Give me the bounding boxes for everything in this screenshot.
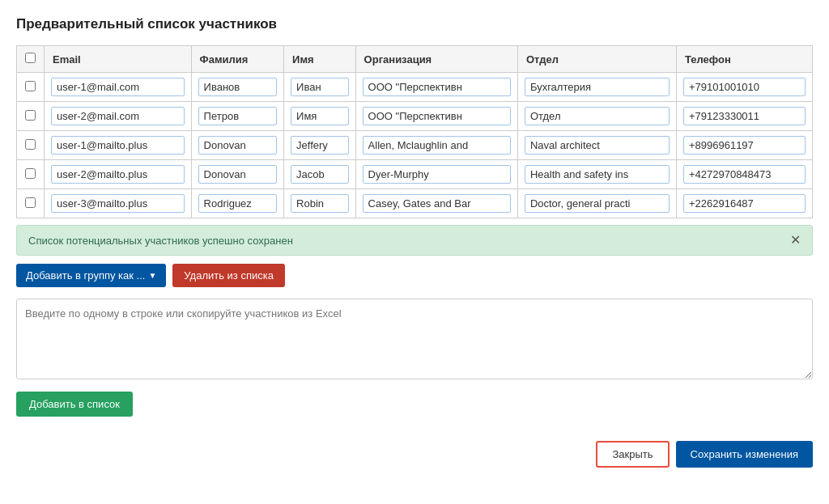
cell-firstName: Jeffery bbox=[284, 131, 356, 160]
cell-email: user-1@mail.com bbox=[45, 73, 192, 102]
add-to-list-label: Добавить в список bbox=[29, 398, 120, 410]
cell-org: Casey, Gates and Bar bbox=[355, 189, 517, 218]
cell-phone: +8996961197 bbox=[676, 131, 812, 160]
col-email: Email bbox=[45, 46, 192, 73]
cell-org: Allen, Mclaughlin and bbox=[355, 131, 517, 160]
add-to-list-button[interactable]: Добавить в список bbox=[16, 392, 133, 417]
cell-org: ООО "Перспективн bbox=[355, 73, 517, 102]
cell-lastName: Donovan bbox=[191, 160, 283, 189]
col-dept: Отдел bbox=[517, 46, 676, 73]
row-checkbox[interactable] bbox=[25, 168, 36, 179]
cell-dept: Бухгалтерия bbox=[517, 73, 676, 102]
cell-org: ООО "Перспективн bbox=[355, 102, 517, 131]
cell-email: user-1@mailto.plus bbox=[45, 131, 192, 160]
close-label: Закрыть bbox=[612, 448, 653, 460]
close-button[interactable]: Закрыть bbox=[596, 441, 669, 468]
select-all-checkbox[interactable] bbox=[25, 53, 36, 63]
cell-firstName: Иван bbox=[284, 73, 356, 102]
cell-org: Dyer-Murphy bbox=[355, 160, 517, 189]
cell-dept: Naval architect bbox=[517, 131, 676, 160]
cell-email: user-2@mail.com bbox=[45, 102, 192, 131]
col-org: Организация bbox=[355, 46, 517, 73]
remove-label: Удалить из списка bbox=[184, 269, 274, 282]
row-checkbox[interactable] bbox=[25, 81, 36, 91]
cell-phone: +2262916487 bbox=[676, 189, 812, 218]
participants-table: Email Фамилия Имя Организация Отдел Теле… bbox=[17, 46, 812, 218]
cell-email: user-3@mailto.plus bbox=[45, 189, 192, 218]
cell-lastName: Donovan bbox=[191, 131, 283, 160]
cell-phone: +79101001010 bbox=[676, 73, 812, 102]
add-to-group-label: Добавить в группу как ... bbox=[26, 269, 145, 282]
cell-lastName: Петров bbox=[191, 102, 283, 131]
cell-dept: Health and safety ins bbox=[517, 160, 676, 189]
cell-phone: +79123330011 bbox=[676, 102, 812, 131]
caret-icon: ▼ bbox=[148, 271, 156, 280]
success-banner: Список потенциальных участников успешно … bbox=[16, 225, 813, 256]
cell-dept: Отдел bbox=[517, 102, 676, 131]
close-banner-button[interactable]: ✕ bbox=[790, 234, 801, 247]
table-row: user-1@mailto.plusDonovanJefferyAllen, M… bbox=[17, 131, 812, 160]
cell-lastName: Rodriguez bbox=[191, 189, 283, 218]
cell-firstName: Robin bbox=[284, 189, 356, 218]
add-to-group-button[interactable]: Добавить в группу как ... ▼ bbox=[16, 264, 166, 287]
row-checkbox[interactable] bbox=[25, 110, 36, 121]
cell-lastName: Иванов bbox=[191, 73, 283, 102]
row-checkbox[interactable] bbox=[25, 139, 36, 150]
row-checkbox[interactable] bbox=[25, 197, 36, 208]
save-label: Сохранить изменения bbox=[691, 448, 799, 460]
col-lastname: Фамилия bbox=[191, 46, 283, 73]
table-row: user-1@mail.comИвановИванООО "Перспектив… bbox=[17, 73, 812, 102]
table-row: user-3@mailto.plusRodriguezRobinCasey, G… bbox=[17, 189, 812, 218]
cell-phone: +4272970848473 bbox=[676, 160, 812, 189]
col-firstname: Имя bbox=[284, 46, 356, 73]
cell-firstName: Имя bbox=[284, 102, 356, 131]
cell-firstName: Jacob bbox=[284, 160, 356, 189]
remove-from-list-button[interactable]: Удалить из списка bbox=[172, 264, 285, 287]
cell-dept: Doctor, general practi bbox=[517, 189, 676, 218]
cell-email: user-2@mailto.plus bbox=[45, 160, 192, 189]
table-row: user-2@mail.comПетровИмяООО "Перспективн… bbox=[17, 102, 812, 131]
page-title: Предварительный список участников bbox=[16, 16, 813, 32]
table-row: user-2@mailto.plusDonovanJacobDyer-Murph… bbox=[17, 160, 812, 189]
save-button[interactable]: Сохранить изменения bbox=[676, 441, 814, 468]
success-text: Список потенциальных участников успешно … bbox=[28, 235, 293, 247]
col-phone: Телефон bbox=[676, 46, 812, 73]
participants-textarea[interactable] bbox=[16, 299, 813, 379]
